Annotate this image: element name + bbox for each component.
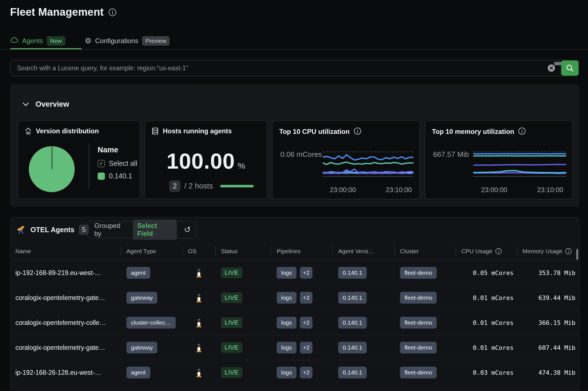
memory-utilization-card: Top 10 memory utilization 667.57 Mib 23:…	[425, 121, 573, 199]
tabbar-divider	[0, 49, 588, 50]
linux-penguin-icon	[195, 293, 203, 303]
version-legend: Name ✓ Select all 0.140.1	[98, 146, 137, 185]
cpu-y-axis-label: 0.06 mCores	[280, 150, 322, 159]
pipeline-more-badge[interactable]: +2	[300, 342, 313, 353]
column-header-status[interactable]: Status	[215, 242, 271, 260]
version-cell: 0.140.1	[333, 292, 394, 304]
new-badge: New	[47, 36, 65, 46]
hosts-card-title: Hosts running agents	[163, 127, 232, 135]
grouped-by-label: Grouped by	[94, 222, 127, 238]
table-header-row: Name Agent Type OS Status Pipelines Agen…	[10, 242, 579, 260]
pipelines-cell: logs+2	[271, 317, 333, 329]
select-all-option[interactable]: ✓ Select all	[98, 159, 137, 167]
hosts-total-label: / 2 hosts	[184, 182, 213, 190]
search-button[interactable]	[561, 60, 578, 76]
version-card-title: Version distribution	[36, 127, 99, 135]
pipeline-more-badge[interactable]: +2	[300, 267, 313, 279]
hosts-progress-bar	[220, 185, 254, 187]
pipeline-more-badge[interactable]: +2	[300, 317, 313, 329]
agent-name: coralogix-opentelemetry-gate…	[10, 344, 121, 352]
pipeline-badge[interactable]: logs	[277, 342, 297, 353]
tab-agents-label: Agents	[22, 37, 43, 45]
pipeline-badge[interactable]: logs	[277, 292, 297, 304]
agent-type-badge: agent	[126, 267, 150, 279]
hosts-icon	[152, 127, 159, 135]
legend-divider	[89, 143, 89, 189]
grouped-by-control[interactable]: Grouped by Select Field ↺	[87, 221, 196, 238]
version-badge: 0.140.1	[338, 317, 367, 329]
linux-penguin-icon	[195, 318, 203, 328]
column-header-memory-usage[interactable]: Memory Usage	[517, 242, 579, 260]
chart-series-line	[323, 169, 413, 173]
table-row[interactable]: ip-192-168-89-219.eu-west-…agentLIVElogs…	[10, 260, 579, 285]
clear-search-icon[interactable]	[547, 64, 556, 72]
status-badge: LIVE	[221, 342, 242, 353]
version-cell: 0.140.1	[333, 367, 394, 378]
os-cell	[182, 268, 215, 278]
version-badge: 0.140.1	[338, 342, 367, 353]
legend-version-label: 0.140.1	[109, 172, 132, 180]
page-header: Fleet Management	[10, 6, 117, 18]
column-header-os[interactable]: OS	[182, 242, 215, 260]
cpu-usage-value: 0.05 mCores	[456, 269, 517, 276]
agent-type-cell: cluster-collec…	[121, 317, 182, 329]
column-header-agent-type[interactable]: Agent Type	[121, 242, 182, 260]
cpu-usage-value: 0.03 mCores	[456, 369, 517, 376]
cluster-badge: fleet-demo	[400, 342, 437, 353]
info-icon[interactable]	[495, 248, 502, 255]
overview-header[interactable]: Overview	[23, 100, 69, 109]
pipelines-cell: logs+2	[271, 292, 333, 304]
checkbox-checked-icon[interactable]: ✓	[98, 160, 105, 167]
agent-name: ip-192-168-26-128.eu-west-…	[10, 369, 121, 376]
cluster-cell: fleet-demo	[394, 267, 456, 279]
pipeline-badge[interactable]: logs	[277, 317, 297, 329]
memory-y-axis-label: 667.57 Mib	[433, 150, 469, 159]
pipeline-badge[interactable]: logs	[277, 367, 297, 378]
status-badge: LIVE	[221, 292, 242, 303]
reset-icon[interactable]: ↺	[184, 226, 191, 234]
info-icon[interactable]	[108, 8, 117, 17]
column-header-cluster[interactable]: Cluster	[394, 242, 456, 260]
memory-line-chart	[473, 150, 566, 179]
legend-item-version[interactable]: 0.140.1	[98, 172, 137, 180]
info-icon[interactable]	[565, 248, 572, 255]
telescope-icon	[17, 225, 26, 234]
tab-configurations[interactable]: ⚙ Configurations Preview	[85, 36, 170, 46]
table-row[interactable]: ip-192-168-26-128.eu-west-…agentLIVElogs…	[10, 360, 579, 385]
info-icon[interactable]	[518, 127, 526, 136]
table-row[interactable]: coralogix-opentelemetry-gate…gatewayLIVE…	[10, 335, 579, 360]
info-icon[interactable]	[354, 127, 361, 136]
hosts-running-agents-card: Hosts running agents 100.00 % 2 / 2 host…	[145, 121, 267, 199]
memory-usage-value: 353.78 Mib	[517, 269, 579, 276]
tab-agents[interactable]: Agents New	[10, 36, 65, 46]
column-header-pipelines[interactable]: Pipelines	[271, 242, 333, 260]
table-row[interactable]: coralogix-opentelemetry-gate…gatewayLIVE…	[10, 285, 579, 310]
table-scrollbar[interactable]	[576, 249, 578, 260]
column-header-agent-version[interactable]: Agent Versi…	[333, 242, 394, 260]
agents-table-toolbar: OTEL Agents 5 Grouped by Select Field ↺	[10, 221, 579, 238]
pipeline-badge[interactable]: logs	[277, 267, 297, 279]
column-header-name[interactable]: Name	[10, 242, 121, 260]
x-tick: 23:10:00	[386, 186, 412, 194]
search-input[interactable]	[10, 60, 579, 76]
search-bar	[10, 60, 579, 76]
pipeline-more-badge[interactable]: +2	[300, 367, 313, 378]
cpu-usage-value: 0.01 mCores	[456, 344, 517, 351]
agents-table-title: OTEL Agents	[30, 226, 74, 234]
status-cell: LIVE	[215, 367, 271, 378]
status-cell: LIVE	[215, 342, 271, 353]
cluster-badge: fleet-demo	[400, 267, 437, 279]
version-pie-chart[interactable]	[29, 146, 75, 192]
overview-panel: Overview Version distribution Name ✓ Sel…	[10, 84, 579, 206]
column-header-cpu-usage[interactable]: CPU Usage	[456, 242, 517, 260]
memory-usage-value: 366.15 Mib	[517, 319, 579, 326]
cluster-cell: fleet-demo	[394, 317, 456, 329]
chart-series-line	[323, 162, 413, 165]
legend-title: Name	[98, 146, 137, 154]
table-row[interactable]: coralogix-opentelemetry-colle…cluster-co…	[10, 310, 579, 335]
pie-radius-line	[52, 147, 52, 169]
pipeline-more-badge[interactable]: +2	[300, 292, 313, 304]
grouped-by-select[interactable]: Select Field	[133, 220, 177, 240]
hosts-percentage-value: 100.00	[166, 148, 235, 174]
agent-name: ip-192-168-89-219.eu-west-…	[10, 269, 121, 277]
